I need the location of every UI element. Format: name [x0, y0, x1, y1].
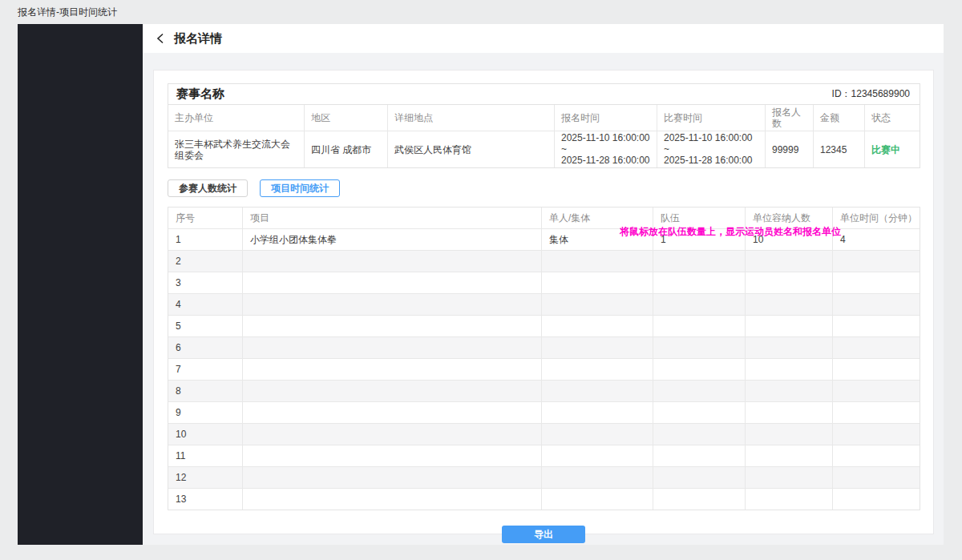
table-footer: 导出 [168, 526, 920, 543]
event-id-value: 12345689900 [851, 88, 910, 99]
table-cell [243, 316, 542, 336]
event-header-cell: 报名时间 [555, 105, 657, 131]
table-row: 10 [168, 424, 920, 445]
event-id: ID：12345689900 [832, 87, 910, 101]
event-header-cell: 报名人数 [766, 105, 814, 131]
window-title: 报名详情-项目时间统计 [18, 6, 117, 19]
table-cell [833, 251, 921, 272]
table-cell [833, 467, 921, 488]
table-cell [542, 467, 653, 488]
table-row: 13 [168, 489, 920, 510]
table-cell [243, 402, 542, 423]
table-cell [746, 316, 833, 336]
chevron-left-icon [156, 33, 166, 44]
event-title-row: 赛事名称 ID：12345689900 [168, 84, 920, 105]
table-cell [746, 381, 833, 401]
table-cell [833, 337, 921, 358]
export-button[interactable]: 导出 [502, 526, 585, 543]
table-cell [746, 402, 833, 423]
event-header-cell: 详细地点 [388, 105, 555, 131]
table-cell [746, 272, 833, 293]
table-cell [542, 337, 653, 358]
table-row: 9 [168, 402, 920, 424]
table-row: 6 [168, 337, 920, 359]
table-cell [833, 489, 921, 510]
table-cell [243, 489, 542, 510]
table-cell [653, 489, 746, 510]
table-cell: 2 [168, 251, 243, 272]
table-row: 4 [168, 294, 920, 316]
table-cell: 6 [168, 337, 243, 358]
table-cell [653, 467, 746, 488]
table-row: 2 [168, 251, 920, 272]
project-header-cell: 项目 [243, 207, 542, 228]
table-cell [243, 337, 542, 358]
event-data-cell: 武侯区人民体育馆 [388, 131, 555, 167]
table-cell [833, 272, 921, 293]
table-cell: 小学组小团体集体拳 [243, 229, 542, 250]
table-cell [653, 272, 746, 293]
table-cell [542, 251, 653, 272]
table-cell [542, 316, 653, 336]
event-data-cell: 张三丰杯武术养生交流大会组委会 [168, 131, 305, 167]
stats-tabs: 参赛人数统计 项目时间统计 [168, 179, 920, 197]
table-cell [243, 251, 542, 272]
table-cell [746, 359, 833, 380]
page-title: 报名详情 [174, 31, 222, 46]
table-cell [542, 381, 653, 401]
detail-card: 赛事名称 ID：12345689900 主办单位地区详细地点报名时间比赛时间报名… [153, 70, 934, 534]
table-cell [243, 467, 542, 488]
event-header-cell: 比赛时间 [657, 105, 766, 131]
event-header-cell: 主办单位 [168, 105, 305, 131]
event-section-title: 赛事名称 [176, 87, 224, 102]
event-info-table: 赛事名称 ID：12345689900 主办单位地区详细地点报名时间比赛时间报名… [168, 83, 920, 168]
table-cell: 5 [168, 316, 243, 336]
table-cell: 3 [168, 272, 243, 293]
table-cell [746, 489, 833, 510]
event-data-cell: 12345 [814, 131, 865, 167]
table-row: 5 [168, 316, 920, 337]
table-cell [833, 359, 921, 380]
table-cell [746, 467, 833, 488]
event-status-badge: 比赛中 [865, 131, 921, 167]
table-row: 3 [168, 272, 920, 294]
table-cell [653, 381, 746, 401]
tab-participant-count-stats[interactable]: 参赛人数统计 [168, 179, 248, 197]
topbar: 报名详情 [143, 24, 944, 53]
event-table-header: 主办单位地区详细地点报名时间比赛时间报名人数金额状态 [168, 105, 920, 131]
event-data-cell: 2025-11-10 16:00:00 ~2025-11-28 16:00:00 [555, 131, 657, 167]
table-cell [542, 489, 653, 510]
table-cell: 13 [168, 489, 243, 510]
table-cell: 11 [168, 445, 243, 466]
table-cell: 10 [168, 424, 243, 445]
table-cell [542, 402, 653, 423]
table-cell: 12 [168, 467, 243, 488]
table-cell [746, 445, 833, 466]
content-area: 报名详情 赛事名称 ID：12345689900 主办单位地区详细地点报名时间比… [143, 24, 944, 545]
table-cell [653, 316, 746, 336]
table-cell [542, 424, 653, 445]
table-cell [833, 424, 921, 445]
event-data-cell: 99999 [766, 131, 814, 167]
event-table-row: 张三丰杯武术养生交流大会组委会四川省 成都市武侯区人民体育馆2025-11-10… [168, 131, 920, 167]
table-cell [653, 424, 746, 445]
back-button[interactable] [156, 33, 166, 44]
table-row: 8 [168, 381, 920, 402]
event-data-cell: 2025-11-10 16:00:00 ~2025-11-28 16:00:00 [657, 131, 766, 167]
table-cell [653, 402, 746, 423]
sidebar [18, 24, 143, 545]
table-cell [746, 251, 833, 272]
tab-project-time-stats[interactable]: 项目时间统计 [260, 179, 340, 197]
event-header-cell: 状态 [865, 105, 921, 131]
table-cell: 9 [168, 402, 243, 423]
table-row: 11 [168, 445, 920, 467]
table-cell: 1 [168, 229, 243, 250]
table-cell [833, 381, 921, 401]
table-cell [243, 359, 542, 380]
table-cell [653, 251, 746, 272]
table-cell [653, 294, 746, 315]
table-cell [243, 272, 542, 293]
table-cell [746, 424, 833, 445]
table-row: 12 [168, 467, 920, 489]
table-cell [653, 359, 746, 380]
